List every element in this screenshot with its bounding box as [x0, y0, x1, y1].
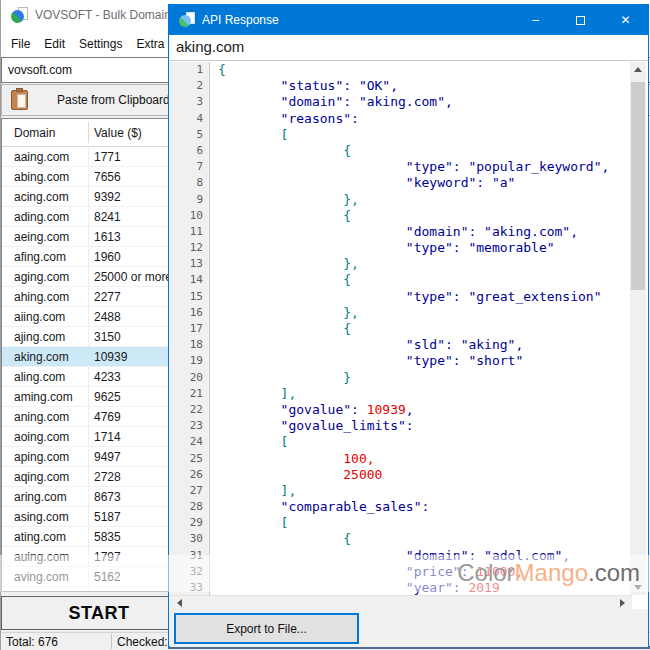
line-number: 12 — [170, 240, 210, 256]
table-row[interactable]: aping.com9497 — [2, 447, 196, 467]
line-content: { — [210, 321, 351, 337]
json-line: 16 }, — [170, 305, 615, 321]
cell-domain: ahing.com — [14, 290, 69, 304]
line-content: [ — [210, 127, 288, 143]
maximize-icon[interactable] — [558, 5, 603, 35]
line-content: "reasons": — [210, 111, 359, 127]
line-number: 4 — [170, 111, 210, 127]
export-button-label: Export to File... — [226, 622, 307, 636]
cell-value: 10939 — [94, 350, 127, 364]
json-line: 13 }, — [170, 256, 615, 272]
table-row[interactable]: aring.com8673 — [2, 487, 196, 507]
table-row[interactable]: aiing.com2488 — [2, 307, 196, 327]
json-line: 24 [ — [170, 434, 615, 450]
table-row[interactable]: aming.com9625 — [2, 387, 196, 407]
cell-domain: aaing.com — [14, 150, 69, 164]
table-row[interactable]: aqing.com2728 — [2, 467, 196, 487]
table-row[interactable]: aging.com25000 or more — [2, 267, 196, 287]
line-content: "domain": "aking.com", — [210, 94, 453, 110]
cell-value: 5835 — [94, 530, 121, 544]
table-row[interactable]: ating.com5835 — [2, 527, 196, 547]
table-row[interactable]: aling.com4233 — [2, 367, 196, 387]
line-content: "type": "great_extension" — [210, 289, 602, 305]
vertical-scrollbar-thumb[interactable] — [631, 82, 645, 290]
line-content: { — [210, 208, 351, 224]
json-lines: 1{2 "status": "OK",3 "domain": "aking.co… — [170, 62, 615, 595]
dialog-title-bar[interactable]: API Response – ✕ — [169, 5, 648, 35]
json-line: 5 [ — [170, 127, 615, 143]
table-row[interactable]: afing.com1960 — [2, 247, 196, 267]
json-line: 25 100, — [170, 451, 615, 467]
horizontal-scrollbar[interactable] — [170, 595, 632, 609]
dialog-domain-caption: aking.com — [170, 35, 648, 60]
menu-extra[interactable]: Extra — [129, 33, 171, 55]
scroll-up-icon[interactable] — [630, 62, 646, 77]
table-row[interactable]: ading.com8241 — [2, 207, 196, 227]
json-line: 1{ — [170, 62, 615, 78]
line-number: 29 — [170, 515, 210, 531]
json-line: 14 { — [170, 272, 615, 288]
dialog-app-icon — [179, 12, 195, 27]
cell-domain: aling.com — [14, 370, 65, 384]
scroll-left-icon[interactable] — [172, 596, 187, 609]
watermark-text: ColorMango.com — [457, 559, 640, 587]
json-viewer[interactable]: 1{2 "status": "OK",3 "domain": "aking.co… — [170, 60, 648, 609]
table-row[interactable]: acing.com9392 — [2, 187, 196, 207]
table-row[interactable]: aeing.com1613 — [2, 227, 196, 247]
cell-value: 3150 — [94, 330, 121, 344]
line-number: 22 — [170, 402, 210, 418]
line-number: 14 — [170, 272, 210, 288]
line-number: 19 — [170, 353, 210, 369]
json-line: 7 "type": "popular_keyword", — [170, 159, 615, 175]
column-header-value[interactable]: Value ($) — [94, 126, 142, 140]
export-to-file-button[interactable]: Export to File... — [174, 613, 359, 644]
menu-edit[interactable]: Edit — [37, 33, 72, 55]
json-line: 29 [ — [170, 515, 615, 531]
line-content: 25000 — [210, 467, 382, 483]
cell-domain: aning.com — [14, 410, 69, 424]
table-row[interactable]: aoing.com1714 — [2, 427, 196, 447]
screen: VOVSOFT - Bulk Domain A FileEditSettings… — [0, 0, 650, 650]
line-content: ], — [210, 483, 296, 499]
cell-value: 1960 — [94, 250, 121, 264]
close-icon[interactable]: ✕ — [603, 5, 648, 35]
line-content: "type": "memorable" — [210, 240, 555, 256]
cell-value: 4233 — [94, 370, 121, 384]
json-line: 26 25000 — [170, 467, 615, 483]
line-content: "status": "OK", — [210, 78, 398, 94]
cell-domain: aging.com — [14, 270, 69, 284]
table-header[interactable]: Domain Value ($) — [2, 119, 196, 147]
main-window-title: VOVSOFT - Bulk Domain A — [35, 8, 182, 22]
window-controls: – ✕ — [513, 5, 648, 35]
table-row[interactable]: ajing.com3150 — [2, 327, 196, 347]
status-checked: Checked: — [117, 635, 168, 649]
json-line: 15 "type": "great_extension" — [170, 289, 615, 305]
cell-value: 7656 — [94, 170, 121, 184]
column-header-domain[interactable]: Domain — [14, 126, 55, 140]
json-line: 23 "govalue_limits": — [170, 418, 615, 434]
line-number: 7 — [170, 159, 210, 175]
table-row[interactable]: aning.com4769 — [2, 407, 196, 427]
cell-value: 9392 — [94, 190, 121, 204]
table-row[interactable]: asing.com5187 — [2, 507, 196, 527]
line-number: 16 — [170, 305, 210, 321]
line-content: { — [210, 62, 226, 78]
vertical-scrollbar[interactable] — [630, 62, 646, 595]
table-row[interactable]: ahing.com2277 — [2, 287, 196, 307]
minimize-icon[interactable]: – — [513, 5, 558, 35]
line-content: "type": "popular_keyword", — [210, 159, 609, 175]
line-number: 17 — [170, 321, 210, 337]
table-row[interactable]: aaing.com1771 — [2, 147, 196, 167]
status-separator — [111, 634, 112, 649]
cell-value: 1771 — [94, 150, 121, 164]
table-row[interactable]: aking.com10939 — [2, 347, 196, 367]
start-button-label: START — [68, 603, 129, 624]
table-row[interactable]: abing.com7656 — [2, 167, 196, 187]
cell-domain: aring.com — [14, 490, 67, 504]
clipboard-icon — [11, 90, 28, 110]
menu-settings[interactable]: Settings — [72, 33, 129, 55]
line-content: { — [210, 143, 351, 159]
scroll-right-icon[interactable] — [615, 596, 630, 609]
json-line: 10 { — [170, 208, 615, 224]
menu-file[interactable]: File — [4, 33, 37, 55]
